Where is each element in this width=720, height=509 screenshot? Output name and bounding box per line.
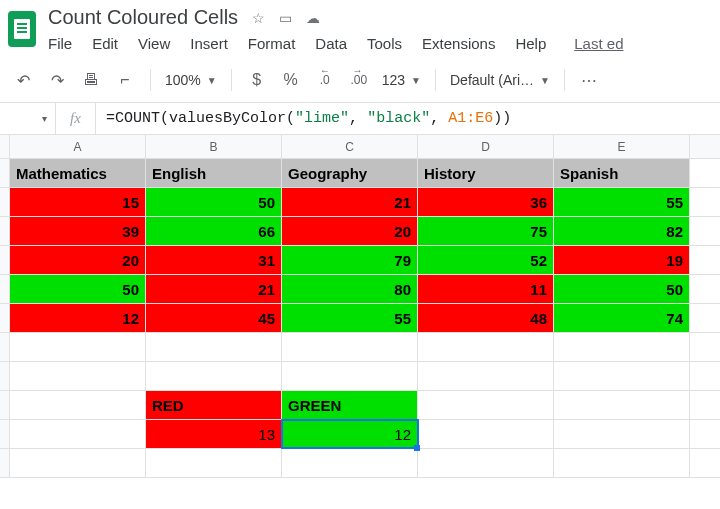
cell-C3[interactable]: 20 bbox=[282, 217, 418, 245]
doc-title[interactable]: Count Coloured Cells bbox=[48, 6, 238, 29]
row-header[interactable] bbox=[0, 217, 10, 245]
cell-A1[interactable]: Mathematics bbox=[10, 159, 146, 187]
cell-C6[interactable]: 55 bbox=[282, 304, 418, 332]
cell-D11[interactable] bbox=[418, 449, 554, 477]
col-header-E[interactable]: E bbox=[554, 135, 690, 158]
cell-trail[interactable] bbox=[690, 304, 720, 332]
cell-A5[interactable]: 50 bbox=[10, 275, 146, 303]
cell-A10[interactable] bbox=[10, 420, 146, 448]
cell-B8[interactable] bbox=[146, 362, 282, 390]
last-edit-link[interactable]: Last ed bbox=[574, 35, 623, 52]
cell-B7[interactable] bbox=[146, 333, 282, 361]
cell-trail[interactable] bbox=[690, 333, 720, 361]
format-percent-button[interactable]: % bbox=[276, 66, 306, 94]
row-header[interactable] bbox=[0, 391, 10, 419]
spreadsheet-grid[interactable]: A B C D E Mathematics English Geography … bbox=[0, 135, 720, 478]
menu-edit[interactable]: Edit bbox=[92, 35, 118, 52]
col-header-B[interactable]: B bbox=[146, 135, 282, 158]
cell-D9[interactable] bbox=[418, 391, 554, 419]
col-header-D[interactable]: D bbox=[418, 135, 554, 158]
menu-format[interactable]: Format bbox=[248, 35, 296, 52]
cell-E7[interactable] bbox=[554, 333, 690, 361]
cell-B4[interactable]: 31 bbox=[146, 246, 282, 274]
paint-format-button[interactable]: ⌐ bbox=[110, 66, 140, 94]
star-icon[interactable]: ☆ bbox=[252, 10, 265, 26]
increase-decimal-button[interactable]: .00→ bbox=[344, 66, 374, 94]
menu-view[interactable]: View bbox=[138, 35, 170, 52]
cell-E11[interactable] bbox=[554, 449, 690, 477]
cell-A9[interactable] bbox=[10, 391, 146, 419]
cell-A3[interactable]: 39 bbox=[10, 217, 146, 245]
cell-A6[interactable]: 12 bbox=[10, 304, 146, 332]
zoom-selector[interactable]: 100% ▼ bbox=[161, 72, 221, 88]
cell-E8[interactable] bbox=[554, 362, 690, 390]
redo-button[interactable]: ↷ bbox=[42, 66, 72, 94]
row-header[interactable] bbox=[0, 159, 10, 187]
menu-file[interactable]: File bbox=[48, 35, 72, 52]
cell-B5[interactable]: 21 bbox=[146, 275, 282, 303]
cell-B9[interactable]: RED bbox=[146, 391, 282, 419]
cell-D5[interactable]: 11 bbox=[418, 275, 554, 303]
cell-E6[interactable]: 74 bbox=[554, 304, 690, 332]
row-header[interactable] bbox=[0, 188, 10, 216]
formula-bar[interactable]: =COUNT(valuesByColor("lime", "black", A1… bbox=[96, 110, 720, 127]
cell-A7[interactable] bbox=[10, 333, 146, 361]
cell-D6[interactable]: 48 bbox=[418, 304, 554, 332]
cell-C5[interactable]: 80 bbox=[282, 275, 418, 303]
row-header[interactable] bbox=[0, 362, 10, 390]
name-box[interactable]: ▾ bbox=[0, 103, 56, 134]
cell-D10[interactable] bbox=[418, 420, 554, 448]
menu-data[interactable]: Data bbox=[315, 35, 347, 52]
cell-E10[interactable] bbox=[554, 420, 690, 448]
cell-D4[interactable]: 52 bbox=[418, 246, 554, 274]
format-currency-button[interactable]: $ bbox=[242, 66, 272, 94]
font-selector[interactable]: Default (Ari… ▼ bbox=[446, 72, 554, 88]
row-header[interactable] bbox=[0, 420, 10, 448]
cell-B6[interactable]: 45 bbox=[146, 304, 282, 332]
cell-D2[interactable]: 36 bbox=[418, 188, 554, 216]
move-to-folder-icon[interactable]: ▭ bbox=[279, 10, 292, 26]
cell-C1[interactable]: Geography bbox=[282, 159, 418, 187]
cell-trail[interactable] bbox=[690, 391, 720, 419]
cell-B1[interactable]: English bbox=[146, 159, 282, 187]
cell-D8[interactable] bbox=[418, 362, 554, 390]
cell-trail[interactable] bbox=[690, 217, 720, 245]
row-header[interactable] bbox=[0, 275, 10, 303]
cell-A8[interactable] bbox=[10, 362, 146, 390]
more-toolbar-button[interactable]: ⋯ bbox=[575, 66, 605, 94]
cell-trail[interactable] bbox=[690, 159, 720, 187]
cell-E3[interactable]: 82 bbox=[554, 217, 690, 245]
cell-trail[interactable] bbox=[690, 449, 720, 477]
cell-B3[interactable]: 66 bbox=[146, 217, 282, 245]
row-header[interactable] bbox=[0, 246, 10, 274]
cell-C7[interactable] bbox=[282, 333, 418, 361]
cell-C10-active[interactable]: 12 bbox=[282, 420, 418, 448]
row-header[interactable] bbox=[0, 333, 10, 361]
menu-extensions[interactable]: Extensions bbox=[422, 35, 495, 52]
cell-A4[interactable]: 20 bbox=[10, 246, 146, 274]
menu-help[interactable]: Help bbox=[515, 35, 546, 52]
menu-tools[interactable]: Tools bbox=[367, 35, 402, 52]
cell-B2[interactable]: 50 bbox=[146, 188, 282, 216]
number-format-selector[interactable]: 123 ▼ bbox=[378, 72, 425, 88]
cell-B10[interactable]: 13 bbox=[146, 420, 282, 448]
cell-C2[interactable]: 21 bbox=[282, 188, 418, 216]
cell-E5[interactable]: 50 bbox=[554, 275, 690, 303]
row-header[interactable] bbox=[0, 449, 10, 477]
col-header-C[interactable]: C bbox=[282, 135, 418, 158]
cell-B11[interactable] bbox=[146, 449, 282, 477]
cell-D1[interactable]: History bbox=[418, 159, 554, 187]
fill-handle[interactable] bbox=[414, 445, 420, 451]
cell-trail[interactable] bbox=[690, 420, 720, 448]
cell-trail[interactable] bbox=[690, 362, 720, 390]
cell-trail[interactable] bbox=[690, 246, 720, 274]
cell-E4[interactable]: 19 bbox=[554, 246, 690, 274]
menu-insert[interactable]: Insert bbox=[190, 35, 228, 52]
cell-D3[interactable]: 75 bbox=[418, 217, 554, 245]
cell-E9[interactable] bbox=[554, 391, 690, 419]
cell-C8[interactable] bbox=[282, 362, 418, 390]
col-header-A[interactable]: A bbox=[10, 135, 146, 158]
row-header[interactable] bbox=[0, 304, 10, 332]
cell-C9[interactable]: GREEN bbox=[282, 391, 418, 419]
cell-A11[interactable] bbox=[10, 449, 146, 477]
